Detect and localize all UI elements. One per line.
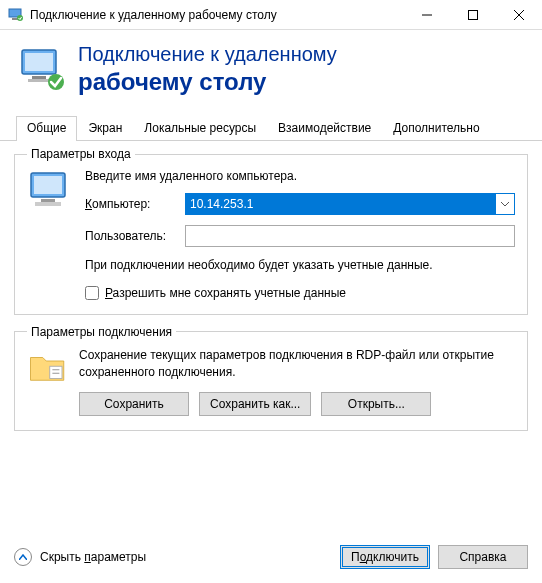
save-as-button[interactable]: Сохранить как... [199, 392, 311, 416]
dialog-footer: Скрыть параметры Подключить Справка [0, 535, 542, 579]
login-group: Параметры входа Введите имя удаленного к… [14, 147, 528, 315]
folder-icon [27, 347, 69, 389]
svg-rect-15 [35, 202, 61, 206]
tab-general[interactable]: Общие [16, 116, 77, 141]
computer-icon [27, 169, 75, 217]
svg-rect-8 [25, 53, 53, 71]
user-input[interactable] [185, 225, 515, 247]
window-title: Подключение к удаленному рабочему столу [30, 8, 404, 22]
save-credentials-checkbox[interactable]: Разрешить мне сохранять учетные данные [85, 286, 515, 300]
chevron-down-icon[interactable] [496, 194, 514, 214]
tab-advanced[interactable]: Дополнительно [382, 116, 490, 141]
tab-display[interactable]: Экран [77, 116, 133, 141]
header-text: Подключение к удаленному рабочему столу [78, 42, 337, 97]
tab-strip: Общие Экран Локальные ресурсы Взаимодейс… [0, 115, 542, 141]
maximize-button[interactable] [450, 0, 496, 30]
svg-rect-9 [32, 76, 46, 79]
login-intro: Введите имя удаленного компьютера. [85, 169, 515, 183]
tab-experience[interactable]: Взаимодействие [267, 116, 382, 141]
svg-rect-14 [41, 199, 55, 202]
svg-rect-4 [469, 10, 478, 19]
connection-legend: Параметры подключения [27, 325, 176, 339]
save-credentials-input[interactable] [85, 286, 99, 300]
svg-rect-10 [28, 79, 50, 82]
computer-input[interactable] [186, 194, 496, 214]
minimize-button[interactable] [404, 0, 450, 30]
title-bar: Подключение к удаленному рабочему столу [0, 0, 542, 30]
header-line1: Подключение к удаленному [78, 42, 337, 67]
svg-rect-16 [50, 366, 62, 378]
connection-group: Параметры подключения Сохранение текущих… [14, 325, 528, 432]
user-label: Пользователь: [85, 229, 185, 243]
rdp-icon [18, 46, 66, 94]
help-button[interactable]: Справка [438, 545, 528, 569]
login-legend: Параметры входа [27, 147, 135, 161]
hide-options-link[interactable]: Скрыть параметры [40, 550, 332, 564]
save-button[interactable]: Сохранить [79, 392, 189, 416]
connect-button[interactable]: Подключить [340, 545, 430, 569]
computer-combo[interactable] [185, 193, 515, 215]
svg-rect-13 [34, 176, 62, 194]
header-line2: рабочему столу [78, 67, 337, 97]
close-button[interactable] [496, 0, 542, 30]
credentials-note: При подключении необходимо будет указать… [85, 257, 515, 274]
app-icon [8, 7, 24, 23]
open-button[interactable]: Открыть... [321, 392, 431, 416]
tab-local-resources[interactable]: Локальные ресурсы [133, 116, 267, 141]
collapse-icon[interactable] [14, 548, 32, 566]
computer-label: Компьютер: [85, 197, 185, 211]
dialog-header: Подключение к удаленному рабочему столу [0, 30, 542, 115]
connection-text: Сохранение текущих параметров подключени… [79, 347, 515, 381]
